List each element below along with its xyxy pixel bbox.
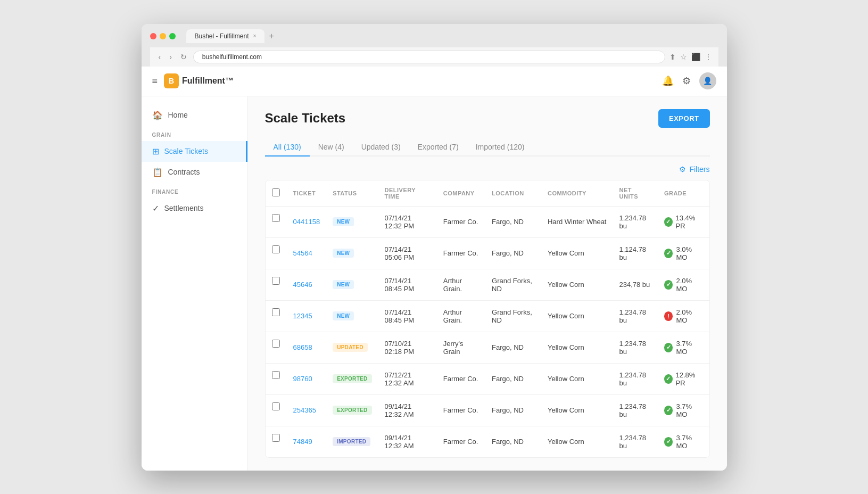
sidebar-item-settlements-label: Settlements — [164, 204, 204, 212]
status-badge-2: NEW — [333, 280, 354, 289]
ticket-link-0[interactable]: 0441158 — [293, 218, 320, 226]
refresh-btn[interactable]: ↻ — [178, 52, 189, 62]
tab-3[interactable]: Exported (7) — [409, 138, 467, 157]
address-bar[interactable]: bushelfulfillment.com — [193, 51, 665, 63]
delivery-time-5: 07/12/21 12:32 AM — [378, 363, 437, 394]
company-6: Farmer Co. — [437, 394, 485, 426]
delivery-time-header: DELIVERY TIME — [378, 180, 437, 207]
tab-2[interactable]: Updated (3) — [353, 138, 409, 157]
active-tab[interactable]: Bushel - Fulfillment × — [186, 29, 265, 43]
row-checkbox-4[interactable] — [272, 340, 280, 348]
export-button[interactable]: EXPORT — [658, 109, 709, 128]
settings-btn[interactable]: ⚙ — [682, 75, 691, 87]
table-row: 0441158NEW07/14/21 12:32 PMFarmer Co.Far… — [266, 206, 709, 237]
row-checkbox-7[interactable] — [272, 434, 280, 442]
ticket-link-4[interactable]: 68658 — [293, 343, 312, 351]
delivery-time-6: 09/14/21 12:32 AM — [378, 394, 437, 426]
filters-button[interactable]: ⚙ Filters — [679, 165, 709, 174]
grade-value-3: 2.0% MO — [676, 308, 702, 324]
table-header: TICKET STATUS DELIVERY TIME COMPANY LOCA… — [266, 180, 709, 207]
grade-status-icon-7: ✓ — [664, 437, 673, 447]
avatar[interactable]: 👤 — [699, 72, 716, 89]
grade-value-6: 3.7% MO — [676, 402, 702, 418]
company-header: COMPANY — [437, 180, 485, 207]
row-checkbox-1[interactable] — [272, 245, 280, 253]
tab-4[interactable]: Imported (120) — [467, 138, 533, 157]
commodity-3: Yellow Corn — [541, 300, 613, 332]
ticket-link-6[interactable]: 254365 — [293, 406, 316, 414]
hamburger-menu-btn[interactable]: ≡ — [152, 76, 158, 87]
tab-0[interactable]: All (130) — [265, 138, 310, 157]
ticket-link-1[interactable]: 54564 — [293, 249, 312, 257]
ticket-link-7[interactable]: 74849 — [293, 438, 312, 446]
location-6: Fargo, ND — [485, 394, 541, 426]
back-btn[interactable]: ‹ — [156, 52, 163, 62]
tab-1[interactable]: New (4) — [310, 138, 353, 157]
share-icon[interactable]: ⬆ — [669, 53, 676, 61]
tab-close-btn[interactable]: × — [253, 33, 257, 39]
ticket-link-2[interactable]: 45646 — [293, 281, 312, 289]
delivery-time-1: 07/14/21 05:06 PM — [378, 237, 437, 269]
sidebar: 🏠 Home GRAIN ⊞ Scale Tickets 📋 Contracts… — [142, 96, 248, 471]
status-badge-6: EXPORTED — [333, 406, 371, 415]
minimize-dot[interactable] — [160, 33, 166, 39]
app-layout: 🏠 Home GRAIN ⊞ Scale Tickets 📋 Contracts… — [142, 96, 727, 471]
table-row: 254365EXPORTED09/14/21 12:32 AMFarmer Co… — [266, 394, 709, 426]
ticket-link-3[interactable]: 12345 — [293, 312, 312, 320]
net-units-2: 234,78 bu — [613, 269, 658, 300]
row-checkbox-2[interactable] — [272, 277, 280, 285]
commodity-2: Yellow Corn — [541, 269, 613, 300]
sidebar-item-home[interactable]: 🏠 Home — [142, 105, 247, 126]
tab-title: Bushel - Fulfillment — [195, 32, 249, 40]
grain-section-label: GRAIN — [142, 126, 247, 141]
grade-value-4: 3.7% MO — [676, 340, 702, 356]
extension-icon[interactable]: ⬛ — [691, 53, 700, 61]
grade-cell-4: ✓ 3.7% MO — [664, 340, 703, 356]
close-dot[interactable] — [150, 33, 156, 39]
company-5: Farmer Co. — [437, 363, 485, 394]
topbar-left: ≡ B Fulfillment™ — [152, 73, 234, 88]
net-units-5: 1,234.78 bu — [613, 363, 658, 394]
sidebar-item-settlements[interactable]: ✓ Settlements — [142, 198, 247, 219]
select-all-header — [266, 180, 287, 207]
settlements-icon: ✓ — [152, 203, 159, 213]
more-icon[interactable]: ⋮ — [705, 53, 712, 61]
table-row: 45646NEW07/14/21 08:45 PMArthur Grain.Gr… — [266, 269, 709, 300]
net-units-0: 1,234.78 bu — [613, 206, 658, 237]
notification-btn[interactable]: 🔔 — [662, 75, 674, 87]
main-content: Scale Tickets EXPORT All (130)New (4)Upd… — [248, 96, 727, 471]
row-checkbox-5[interactable] — [272, 371, 280, 379]
ticket-link-5[interactable]: 98760 — [293, 375, 312, 383]
grade-cell-3: ! 2.0% MO — [664, 308, 703, 324]
grade-status-icon-5: ✓ — [664, 374, 673, 384]
grade-status-icon-1: ✓ — [664, 249, 673, 258]
forward-btn[interactable]: › — [167, 52, 174, 62]
commodity-0: Hard Winter Wheat — [541, 206, 613, 237]
select-all-checkbox[interactable] — [272, 188, 280, 196]
row-checkbox-3[interactable] — [272, 308, 280, 316]
grade-status-icon-4: ✓ — [664, 343, 673, 352]
grade-value-7: 3.7% MO — [676, 434, 702, 450]
grade-value-1: 3.0% MO — [676, 245, 702, 261]
grade-status-icon-2: ✓ — [664, 280, 673, 290]
net-units-7: 1,234.78 bu — [613, 426, 658, 457]
table-row: 12345NEW07/14/21 08:45 PMArthur Grain.Gr… — [266, 300, 709, 332]
home-icon: 🏠 — [152, 110, 163, 120]
sidebar-item-scale-tickets-label: Scale Tickets — [164, 147, 208, 155]
table-body: 0441158NEW07/14/21 12:32 PMFarmer Co.Far… — [266, 206, 709, 457]
topbar-right: 🔔 ⚙ 👤 — [662, 72, 716, 89]
status-badge-5: EXPORTED — [333, 374, 371, 383]
row-checkbox-0[interactable] — [272, 214, 280, 222]
location-1: Fargo, ND — [485, 237, 541, 269]
row-checkbox-6[interactable] — [272, 402, 280, 410]
net-units-header: NET UNITS — [613, 180, 658, 207]
status-badge-0: NEW — [333, 217, 354, 226]
bookmark-icon[interactable]: ☆ — [680, 53, 687, 61]
sidebar-item-scale-tickets[interactable]: ⊞ Scale Tickets — [142, 141, 247, 162]
sidebar-item-contracts[interactable]: 📋 Contracts — [142, 162, 247, 183]
net-units-1: 1,124.78 bu — [613, 237, 658, 269]
maximize-dot[interactable] — [169, 33, 176, 39]
new-tab-btn[interactable]: + — [264, 29, 278, 43]
scale-tickets-table: TICKET STATUS DELIVERY TIME COMPANY LOCA… — [266, 180, 709, 457]
location-2: Grand Forks, ND — [485, 269, 541, 300]
